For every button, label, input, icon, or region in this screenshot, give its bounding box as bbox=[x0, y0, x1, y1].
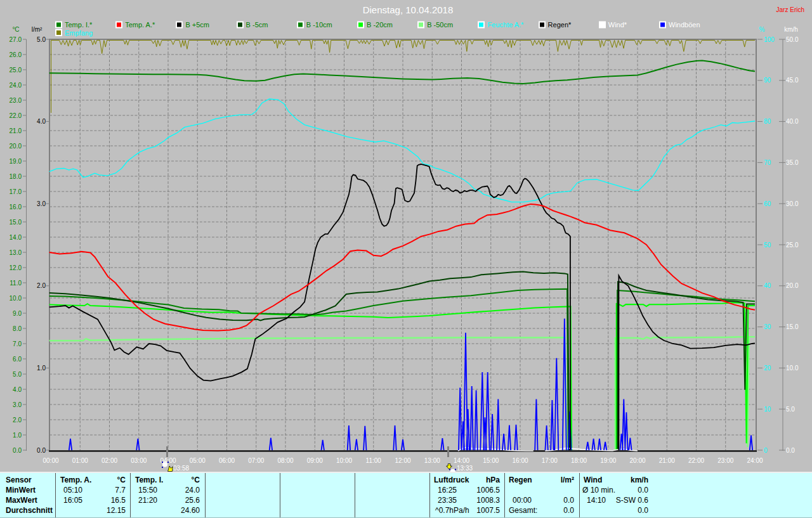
svg-text:0.0: 0.0 bbox=[786, 447, 795, 454]
svg-text:Feuchte A.*: Feuchte A.* bbox=[487, 21, 524, 29]
svg-text:B -20cm: B -20cm bbox=[367, 21, 393, 29]
svg-text:70: 70 bbox=[764, 159, 771, 166]
svg-text:7.7: 7.7 bbox=[115, 486, 126, 495]
svg-text:40.0: 40.0 bbox=[786, 118, 799, 125]
svg-text:Temp. I.: Temp. I. bbox=[135, 476, 163, 484]
svg-text:Regen: Regen bbox=[509, 476, 532, 484]
svg-text:35.0: 35.0 bbox=[786, 159, 799, 166]
svg-text:13:33: 13:33 bbox=[457, 465, 473, 472]
svg-text:30.0: 30.0 bbox=[786, 200, 799, 207]
svg-text:3.0: 3.0 bbox=[37, 200, 46, 207]
svg-text:15.0: 15.0 bbox=[786, 323, 799, 330]
svg-text:25.0: 25.0 bbox=[10, 67, 22, 74]
svg-text:km/h: km/h bbox=[631, 476, 648, 484]
svg-text:10.0: 10.0 bbox=[786, 365, 799, 372]
svg-text:80: 80 bbox=[764, 118, 771, 125]
svg-text:Jarz Erich: Jarz Erich bbox=[776, 6, 804, 13]
svg-text:MinWert: MinWert bbox=[6, 486, 36, 495]
svg-text:S-SW 0.6: S-SW 0.6 bbox=[616, 496, 649, 505]
svg-text:15:00: 15:00 bbox=[483, 457, 499, 464]
svg-text:°C: °C bbox=[117, 476, 126, 484]
svg-text:01:00: 01:00 bbox=[72, 457, 88, 464]
svg-text:20: 20 bbox=[764, 365, 771, 372]
svg-text:12:00: 12:00 bbox=[395, 457, 410, 464]
svg-text:19:00: 19:00 bbox=[600, 457, 616, 464]
svg-text:25.0: 25.0 bbox=[786, 242, 799, 249]
svg-text:1006.5: 1006.5 bbox=[476, 486, 500, 495]
svg-text:26.0: 26.0 bbox=[10, 51, 22, 58]
svg-text:50.0: 50.0 bbox=[786, 36, 799, 43]
svg-text:Luftdruck: Luftdruck bbox=[434, 476, 469, 484]
svg-text:16:25: 16:25 bbox=[438, 486, 457, 495]
svg-text:08:00: 08:00 bbox=[277, 457, 293, 464]
svg-text:18:00: 18:00 bbox=[571, 457, 587, 464]
svg-text:05:00: 05:00 bbox=[190, 457, 206, 464]
svg-text:2.0: 2.0 bbox=[37, 282, 46, 289]
svg-text:90: 90 bbox=[764, 77, 771, 84]
svg-text:4.0: 4.0 bbox=[37, 118, 46, 125]
svg-text:3.0: 3.0 bbox=[13, 401, 22, 408]
svg-text:23.0: 23.0 bbox=[10, 97, 22, 104]
svg-text:0.0: 0.0 bbox=[37, 447, 46, 454]
svg-text:18.0: 18.0 bbox=[10, 173, 22, 180]
svg-text:5.0: 5.0 bbox=[37, 36, 46, 43]
svg-text:17:00: 17:00 bbox=[542, 457, 558, 464]
svg-text:22:00: 22:00 bbox=[688, 457, 704, 464]
svg-text:14:10: 14:10 bbox=[587, 496, 606, 505]
svg-text:40: 40 bbox=[764, 282, 771, 289]
svg-text:Temp. I.*: Temp. I.* bbox=[65, 21, 93, 29]
svg-text:B +5cm: B +5cm bbox=[185, 21, 209, 29]
svg-text:24.60: 24.60 bbox=[181, 506, 200, 515]
svg-text:11.0: 11.0 bbox=[10, 280, 22, 287]
svg-text:MaxWert: MaxWert bbox=[6, 496, 37, 505]
svg-text:Durchschnitt: Durchschnitt bbox=[6, 506, 53, 515]
svg-text:%: % bbox=[759, 26, 765, 33]
svg-text:16.0: 16.0 bbox=[10, 204, 22, 210]
svg-text:07:00: 07:00 bbox=[248, 457, 264, 464]
svg-text:1.0: 1.0 bbox=[13, 432, 22, 439]
svg-text:04:00: 04:00 bbox=[160, 457, 176, 464]
svg-text:12.15: 12.15 bbox=[107, 506, 126, 515]
svg-text:1.0: 1.0 bbox=[37, 365, 46, 372]
svg-text:10:00: 10:00 bbox=[336, 457, 352, 464]
svg-text:°C: °C bbox=[12, 26, 19, 33]
svg-text:Dienstag, 10.04.2018: Dienstag, 10.04.2018 bbox=[363, 4, 454, 15]
svg-text:0: 0 bbox=[764, 447, 768, 454]
svg-text:10.0: 10.0 bbox=[10, 295, 22, 302]
svg-text:1008.3: 1008.3 bbox=[476, 496, 500, 505]
svg-text:1007.5: 1007.5 bbox=[476, 506, 500, 515]
svg-text:50: 50 bbox=[764, 242, 771, 249]
svg-text:22.0: 22.0 bbox=[10, 112, 22, 119]
svg-text:20.0: 20.0 bbox=[786, 282, 799, 289]
svg-text:03:00: 03:00 bbox=[131, 457, 147, 464]
svg-text:11:00: 11:00 bbox=[366, 457, 382, 464]
svg-text:60: 60 bbox=[764, 200, 771, 207]
svg-text:45.0: 45.0 bbox=[786, 77, 799, 84]
svg-text:30: 30 bbox=[764, 323, 771, 330]
svg-text:20:00: 20:00 bbox=[629, 457, 645, 464]
svg-text:Regen*: Regen* bbox=[548, 21, 572, 29]
svg-text:B -50cm: B -50cm bbox=[427, 21, 453, 29]
svg-text:Temp. A.*: Temp. A.* bbox=[125, 21, 155, 29]
svg-text:7.0: 7.0 bbox=[13, 340, 22, 347]
svg-text:24:00: 24:00 bbox=[747, 457, 763, 464]
svg-text:15:50: 15:50 bbox=[138, 486, 157, 495]
svg-text:0.0: 0.0 bbox=[638, 486, 648, 495]
svg-text:Wind: Wind bbox=[584, 476, 602, 484]
svg-text:Ø 10 min.: Ø 10 min. bbox=[582, 486, 615, 495]
svg-text:0.0: 0.0 bbox=[13, 447, 22, 454]
svg-text:27.0: 27.0 bbox=[10, 36, 22, 43]
svg-text:21:00: 21:00 bbox=[659, 457, 675, 464]
svg-text:02:00: 02:00 bbox=[102, 457, 117, 464]
svg-text:23:00: 23:00 bbox=[717, 457, 733, 464]
svg-text:21:20: 21:20 bbox=[138, 496, 157, 505]
svg-text:09:00: 09:00 bbox=[307, 457, 323, 464]
svg-text:00:00: 00:00 bbox=[43, 457, 58, 464]
svg-text:Windböen: Windböen bbox=[669, 21, 700, 29]
svg-text:24.0: 24.0 bbox=[185, 486, 200, 495]
svg-text:2.0: 2.0 bbox=[13, 417, 22, 424]
svg-text:13:00: 13:00 bbox=[424, 457, 440, 464]
svg-text:23:35: 23:35 bbox=[438, 496, 457, 505]
svg-text:16.5: 16.5 bbox=[111, 496, 126, 505]
svg-text:km/h: km/h bbox=[784, 26, 798, 33]
